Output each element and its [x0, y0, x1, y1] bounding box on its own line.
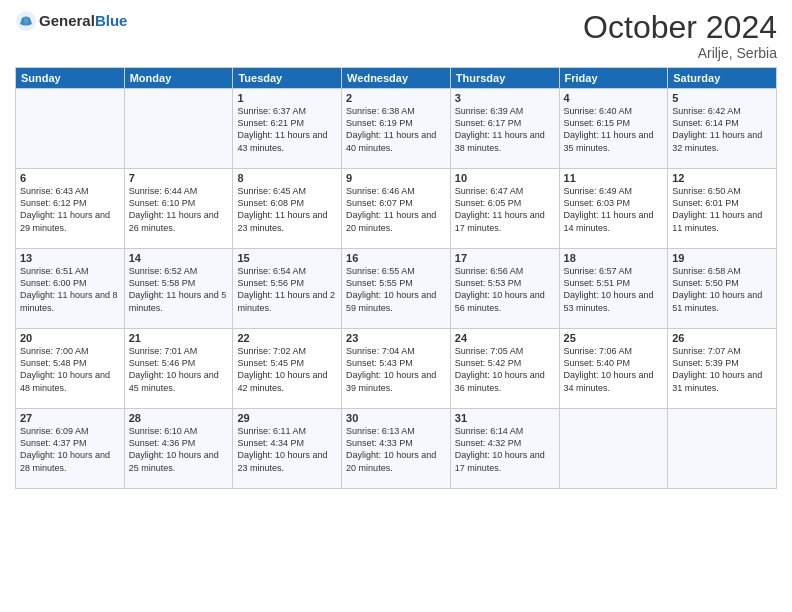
day-number: 10: [455, 172, 555, 184]
calendar-cell: [668, 409, 777, 489]
day-info: Sunrise: 6:44 AM Sunset: 6:10 PM Dayligh…: [129, 185, 229, 234]
day-info: Sunrise: 6:43 AM Sunset: 6:12 PM Dayligh…: [20, 185, 120, 234]
day-number: 16: [346, 252, 446, 264]
column-header-monday: Monday: [124, 68, 233, 89]
day-number: 8: [237, 172, 337, 184]
day-number: 24: [455, 332, 555, 344]
day-info: Sunrise: 7:02 AM Sunset: 5:45 PM Dayligh…: [237, 345, 337, 394]
day-info: Sunrise: 7:06 AM Sunset: 5:40 PM Dayligh…: [564, 345, 664, 394]
day-number: 27: [20, 412, 120, 424]
calendar-cell: 30Sunrise: 6:13 AM Sunset: 4:33 PM Dayli…: [342, 409, 451, 489]
day-info: Sunrise: 7:01 AM Sunset: 5:46 PM Dayligh…: [129, 345, 229, 394]
calendar-cell: 19Sunrise: 6:58 AM Sunset: 5:50 PM Dayli…: [668, 249, 777, 329]
day-info: Sunrise: 6:37 AM Sunset: 6:21 PM Dayligh…: [237, 105, 337, 154]
calendar-cell: 21Sunrise: 7:01 AM Sunset: 5:46 PM Dayli…: [124, 329, 233, 409]
day-number: 20: [20, 332, 120, 344]
day-info: Sunrise: 7:04 AM Sunset: 5:43 PM Dayligh…: [346, 345, 446, 394]
calendar-cell: 31Sunrise: 6:14 AM Sunset: 4:32 PM Dayli…: [450, 409, 559, 489]
column-header-wednesday: Wednesday: [342, 68, 451, 89]
day-info: Sunrise: 7:00 AM Sunset: 5:48 PM Dayligh…: [20, 345, 120, 394]
day-number: 26: [672, 332, 772, 344]
day-number: 21: [129, 332, 229, 344]
day-info: Sunrise: 6:47 AM Sunset: 6:05 PM Dayligh…: [455, 185, 555, 234]
calendar-table: SundayMondayTuesdayWednesdayThursdayFrid…: [15, 67, 777, 489]
day-info: Sunrise: 6:39 AM Sunset: 6:17 PM Dayligh…: [455, 105, 555, 154]
day-number: 29: [237, 412, 337, 424]
calendar-cell: 26Sunrise: 7:07 AM Sunset: 5:39 PM Dayli…: [668, 329, 777, 409]
column-header-sunday: Sunday: [16, 68, 125, 89]
day-info: Sunrise: 6:11 AM Sunset: 4:34 PM Dayligh…: [237, 425, 337, 474]
day-number: 25: [564, 332, 664, 344]
page-header: GeneralBlue October 2024 Arilje, Serbia: [15, 10, 777, 61]
calendar-cell: 5Sunrise: 6:42 AM Sunset: 6:14 PM Daylig…: [668, 89, 777, 169]
day-info: Sunrise: 6:49 AM Sunset: 6:03 PM Dayligh…: [564, 185, 664, 234]
day-number: 12: [672, 172, 772, 184]
day-number: 13: [20, 252, 120, 264]
day-info: Sunrise: 6:10 AM Sunset: 4:36 PM Dayligh…: [129, 425, 229, 474]
day-number: 15: [237, 252, 337, 264]
day-number: 3: [455, 92, 555, 104]
calendar-cell: 14Sunrise: 6:52 AM Sunset: 5:58 PM Dayli…: [124, 249, 233, 329]
calendar-cell: 2Sunrise: 6:38 AM Sunset: 6:19 PM Daylig…: [342, 89, 451, 169]
day-number: 7: [129, 172, 229, 184]
day-info: Sunrise: 6:52 AM Sunset: 5:58 PM Dayligh…: [129, 265, 229, 314]
calendar-cell: 27Sunrise: 6:09 AM Sunset: 4:37 PM Dayli…: [16, 409, 125, 489]
day-info: Sunrise: 6:51 AM Sunset: 6:00 PM Dayligh…: [20, 265, 120, 314]
day-info: Sunrise: 6:57 AM Sunset: 5:51 PM Dayligh…: [564, 265, 664, 314]
day-info: Sunrise: 6:45 AM Sunset: 6:08 PM Dayligh…: [237, 185, 337, 234]
day-number: 4: [564, 92, 664, 104]
logo: GeneralBlue: [15, 10, 127, 32]
calendar-cell: 18Sunrise: 6:57 AM Sunset: 5:51 PM Dayli…: [559, 249, 668, 329]
day-number: 18: [564, 252, 664, 264]
calendar-cell: 15Sunrise: 6:54 AM Sunset: 5:56 PM Dayli…: [233, 249, 342, 329]
calendar-cell: 20Sunrise: 7:00 AM Sunset: 5:48 PM Dayli…: [16, 329, 125, 409]
day-number: 31: [455, 412, 555, 424]
calendar-cell: 17Sunrise: 6:56 AM Sunset: 5:53 PM Dayli…: [450, 249, 559, 329]
calendar-cell: 4Sunrise: 6:40 AM Sunset: 6:15 PM Daylig…: [559, 89, 668, 169]
day-number: 30: [346, 412, 446, 424]
calendar-week-1: 1Sunrise: 6:37 AM Sunset: 6:21 PM Daylig…: [16, 89, 777, 169]
calendar-week-5: 27Sunrise: 6:09 AM Sunset: 4:37 PM Dayli…: [16, 409, 777, 489]
column-header-friday: Friday: [559, 68, 668, 89]
calendar-cell: 25Sunrise: 7:06 AM Sunset: 5:40 PM Dayli…: [559, 329, 668, 409]
title-area: October 2024 Arilje, Serbia: [583, 10, 777, 61]
calendar-page: GeneralBlue October 2024 Arilje, Serbia …: [0, 0, 792, 612]
logo-text: GeneralBlue: [39, 12, 127, 30]
day-number: 1: [237, 92, 337, 104]
day-number: 17: [455, 252, 555, 264]
calendar-header-row: SundayMondayTuesdayWednesdayThursdayFrid…: [16, 68, 777, 89]
day-info: Sunrise: 7:05 AM Sunset: 5:42 PM Dayligh…: [455, 345, 555, 394]
day-number: 5: [672, 92, 772, 104]
calendar-cell: 7Sunrise: 6:44 AM Sunset: 6:10 PM Daylig…: [124, 169, 233, 249]
calendar-cell: 3Sunrise: 6:39 AM Sunset: 6:17 PM Daylig…: [450, 89, 559, 169]
day-number: 28: [129, 412, 229, 424]
calendar-cell: 13Sunrise: 6:51 AM Sunset: 6:00 PM Dayli…: [16, 249, 125, 329]
calendar-cell: 8Sunrise: 6:45 AM Sunset: 6:08 PM Daylig…: [233, 169, 342, 249]
day-number: 22: [237, 332, 337, 344]
calendar-cell: 6Sunrise: 6:43 AM Sunset: 6:12 PM Daylig…: [16, 169, 125, 249]
day-info: Sunrise: 6:58 AM Sunset: 5:50 PM Dayligh…: [672, 265, 772, 314]
calendar-cell: 10Sunrise: 6:47 AM Sunset: 6:05 PM Dayli…: [450, 169, 559, 249]
logo-icon: [15, 10, 37, 32]
calendar-cell: 1Sunrise: 6:37 AM Sunset: 6:21 PM Daylig…: [233, 89, 342, 169]
calendar-cell: 28Sunrise: 6:10 AM Sunset: 4:36 PM Dayli…: [124, 409, 233, 489]
day-info: Sunrise: 6:56 AM Sunset: 5:53 PM Dayligh…: [455, 265, 555, 314]
day-number: 14: [129, 252, 229, 264]
day-info: Sunrise: 6:50 AM Sunset: 6:01 PM Dayligh…: [672, 185, 772, 234]
day-info: Sunrise: 6:46 AM Sunset: 6:07 PM Dayligh…: [346, 185, 446, 234]
column-header-saturday: Saturday: [668, 68, 777, 89]
day-number: 11: [564, 172, 664, 184]
calendar-cell: 12Sunrise: 6:50 AM Sunset: 6:01 PM Dayli…: [668, 169, 777, 249]
day-info: Sunrise: 6:42 AM Sunset: 6:14 PM Dayligh…: [672, 105, 772, 154]
day-number: 23: [346, 332, 446, 344]
day-info: Sunrise: 6:38 AM Sunset: 6:19 PM Dayligh…: [346, 105, 446, 154]
calendar-cell: 16Sunrise: 6:55 AM Sunset: 5:55 PM Dayli…: [342, 249, 451, 329]
day-number: 6: [20, 172, 120, 184]
calendar-week-3: 13Sunrise: 6:51 AM Sunset: 6:00 PM Dayli…: [16, 249, 777, 329]
day-number: 9: [346, 172, 446, 184]
calendar-cell: [124, 89, 233, 169]
day-info: Sunrise: 7:07 AM Sunset: 5:39 PM Dayligh…: [672, 345, 772, 394]
calendar-cell: 9Sunrise: 6:46 AM Sunset: 6:07 PM Daylig…: [342, 169, 451, 249]
month-title: October 2024: [583, 10, 777, 45]
calendar-cell: 24Sunrise: 7:05 AM Sunset: 5:42 PM Dayli…: [450, 329, 559, 409]
